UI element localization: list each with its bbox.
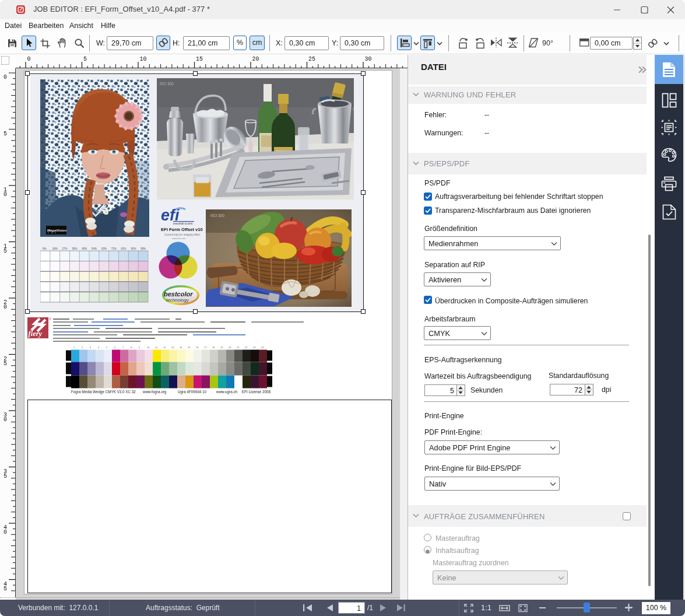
- svg-text:Ugra 4F090d4 10: Ugra 4F090d4 10: [178, 390, 207, 394]
- svg-text:4: 4: [98, 346, 100, 349]
- svg-text:8: 8: [131, 346, 132, 349]
- svg-text:20: 20: [252, 56, 259, 62]
- svg-text:www.fogra.org: www.fogra.org: [142, 390, 167, 394]
- svg-text:14: 14: [180, 346, 182, 349]
- svg-text:fiery: fiery: [29, 330, 43, 338]
- svg-text:16: 16: [196, 346, 199, 349]
- svg-text:17: 17: [204, 346, 207, 349]
- svg-text:0: 0: [27, 56, 31, 62]
- svg-text:9: 9: [139, 346, 140, 349]
- svg-text:0: 0: [3, 304, 7, 310]
- svg-text:®: ®: [49, 317, 51, 321]
- svg-text:2: 2: [82, 346, 83, 349]
- svg-text:22: 22: [245, 346, 248, 349]
- svg-text:6: 6: [114, 346, 116, 349]
- svg-text:0: 0: [3, 416, 7, 423]
- svg-text:5: 5: [3, 131, 7, 137]
- svg-text:5: 5: [83, 56, 87, 62]
- svg-text:EFI License 2008: EFI License 2008: [242, 390, 271, 394]
- svg-text:15: 15: [188, 346, 191, 349]
- svg-text:Fogra Media Wedge CMYK V3.0 XC: Fogra Media Wedge CMYK V3.0 XC 32: [71, 390, 136, 394]
- svg-text:0: 0: [3, 191, 7, 198]
- svg-text:20: 20: [229, 346, 231, 349]
- svg-text:0: 0: [3, 529, 7, 536]
- svg-text:5: 5: [3, 586, 7, 592]
- svg-text:23: 23: [253, 346, 256, 349]
- svg-text:18: 18: [212, 346, 215, 349]
- svg-text:19: 19: [220, 346, 223, 349]
- svg-text:25: 25: [308, 56, 315, 62]
- svg-text:5: 5: [3, 473, 7, 480]
- svg-text:11: 11: [155, 346, 158, 349]
- svg-text:5: 5: [3, 360, 7, 367]
- svg-text:10: 10: [140, 56, 147, 62]
- svg-text:1: 1: [73, 346, 75, 349]
- svg-text:13: 13: [171, 346, 174, 349]
- svg-text:0: 0: [3, 74, 7, 80]
- svg-text:30: 30: [365, 56, 372, 62]
- svg-text:www.ugra.ch: www.ugra.ch: [216, 390, 238, 394]
- svg-text:10: 10: [147, 346, 150, 349]
- svg-text:24: 24: [261, 346, 264, 349]
- svg-text:5: 5: [3, 248, 7, 254]
- svg-text:3: 3: [90, 346, 92, 349]
- svg-text:15: 15: [196, 56, 203, 62]
- svg-text:7: 7: [122, 346, 124, 349]
- svg-text:12: 12: [163, 346, 166, 349]
- svg-text:5: 5: [106, 346, 108, 349]
- svg-text:21: 21: [237, 346, 240, 349]
